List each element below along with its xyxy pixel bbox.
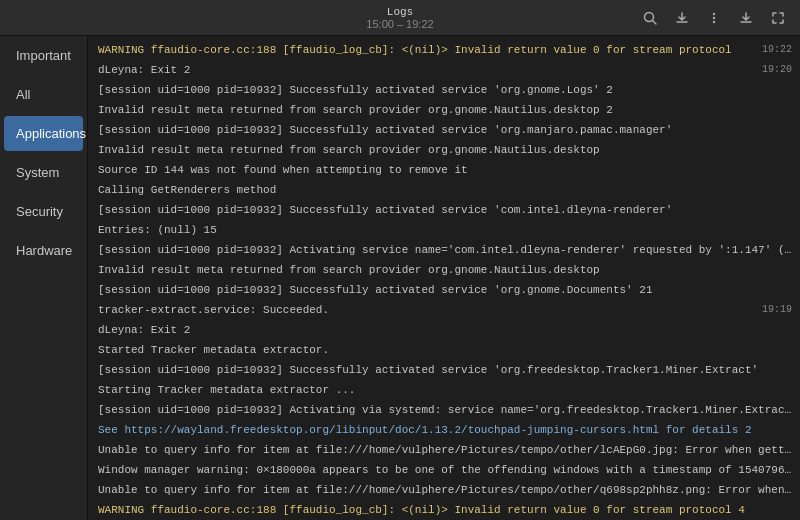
log-text: [session uid=1000 pid=10932] Activating … bbox=[98, 401, 792, 419]
main-content: ImportantAllApplicationsSystemSecurityHa… bbox=[0, 36, 800, 520]
log-entry: Unable to query info for item at file://… bbox=[88, 440, 800, 460]
titlebar-subtitle: 15:00 – 19:22 bbox=[366, 18, 433, 30]
fullscreen-button[interactable] bbox=[764, 4, 792, 32]
log-entry: Started Tracker metadata extractor. bbox=[88, 340, 800, 360]
log-entry: Unable to query info for item at file://… bbox=[88, 480, 800, 500]
log-text: Calling GetRenderers method bbox=[98, 181, 792, 199]
download2-button[interactable] bbox=[732, 4, 760, 32]
log-text: [session uid=1000 pid=10932] Activating … bbox=[98, 241, 792, 259]
sidebar-item-security[interactable]: Security bbox=[4, 194, 83, 229]
svg-point-4 bbox=[713, 20, 715, 22]
sidebar-item-all[interactable]: All bbox=[4, 77, 83, 112]
titlebar-title: Logs bbox=[387, 6, 413, 18]
log-text: Invalid result meta returned from search… bbox=[98, 261, 792, 279]
log-timestamp: 19:20 bbox=[762, 61, 792, 79]
log-text: Entries: (null) 15 bbox=[98, 221, 792, 239]
log-entry: WARNING ffaudio-core.cc:188 [ffaudio_log… bbox=[88, 500, 800, 520]
log-text: [session uid=1000 pid=10932] Successfull… bbox=[98, 281, 792, 299]
log-timestamp: 19:22 bbox=[762, 41, 792, 59]
log-entry: Window manager warning: 0×180000a appear… bbox=[88, 460, 800, 480]
search-button[interactable] bbox=[636, 4, 664, 32]
log-text: Invalid result meta returned from search… bbox=[98, 141, 792, 159]
sidebar-item-system[interactable]: System bbox=[4, 155, 83, 190]
svg-point-3 bbox=[713, 16, 715, 18]
log-entry: [session uid=1000 pid=10932] Successfull… bbox=[88, 80, 800, 100]
log-entry: [session uid=1000 pid=10932] Successfull… bbox=[88, 280, 800, 300]
svg-point-2 bbox=[713, 12, 715, 14]
log-text: dLeyna: Exit 2 bbox=[98, 321, 792, 339]
log-entry: Calling GetRenderers method bbox=[88, 180, 800, 200]
log-text: WARNING ffaudio-core.cc:188 [ffaudio_log… bbox=[98, 501, 792, 519]
log-entry: [session uid=1000 pid=10932] Successfull… bbox=[88, 200, 800, 220]
svg-line-1 bbox=[653, 20, 657, 24]
log-entry: [session uid=1000 pid=10932] Successfull… bbox=[88, 360, 800, 380]
log-entry: Source ID 144 was not found when attempt… bbox=[88, 160, 800, 180]
log-entry: dLeyna: Exit 219:20 bbox=[88, 60, 800, 80]
log-text: See https://wayland.freedesktop.org/libi… bbox=[98, 421, 792, 439]
menu-button[interactable] bbox=[700, 4, 728, 32]
log-text: Unable to query info for item at file://… bbox=[98, 481, 792, 499]
log-entry: [session uid=1000 pid=10932] Activating … bbox=[88, 400, 800, 420]
log-text: Invalid result meta returned from search… bbox=[98, 101, 792, 119]
log-text: [session uid=1000 pid=10932] Successfull… bbox=[98, 121, 792, 139]
log-entry: Starting Tracker metadata extractor ... bbox=[88, 380, 800, 400]
sidebar: ImportantAllApplicationsSystemSecurityHa… bbox=[0, 36, 88, 520]
sidebar-item-hardware[interactable]: Hardware bbox=[4, 233, 83, 268]
log-area[interactable]: WARNING ffaudio-core.cc:188 [ffaudio_log… bbox=[88, 36, 800, 520]
log-text: [session uid=1000 pid=10932] Successfull… bbox=[98, 201, 792, 219]
log-entry: [session uid=1000 pid=10932] Successfull… bbox=[88, 120, 800, 140]
log-entry: [session uid=1000 pid=10932] Activating … bbox=[88, 240, 800, 260]
log-text: [session uid=1000 pid=10932] Successfull… bbox=[98, 81, 792, 99]
log-entry: Invalid result meta returned from search… bbox=[88, 260, 800, 280]
sidebar-item-applications[interactable]: Applications bbox=[4, 116, 83, 151]
log-entry: See https://wayland.freedesktop.org/libi… bbox=[88, 420, 800, 440]
log-text: Unable to query info for item at file://… bbox=[98, 441, 792, 459]
log-text: Starting Tracker metadata extractor ... bbox=[98, 381, 792, 399]
sidebar-item-important[interactable]: Important bbox=[4, 38, 83, 73]
log-text: [session uid=1000 pid=10932] Successfull… bbox=[98, 361, 792, 379]
download-button[interactable] bbox=[668, 4, 696, 32]
log-text: Started Tracker metadata extractor. bbox=[98, 341, 792, 359]
log-entry: Invalid result meta returned from search… bbox=[88, 100, 800, 120]
log-entry: tracker-extract.service: Succeeded.19:19 bbox=[88, 300, 800, 320]
log-text: tracker-extract.service: Succeeded. bbox=[98, 301, 754, 319]
log-text: dLeyna: Exit 2 bbox=[98, 61, 754, 79]
log-text: WARNING ffaudio-core.cc:188 [ffaudio_log… bbox=[98, 41, 754, 59]
log-timestamp: 19:19 bbox=[762, 301, 792, 319]
log-text: Source ID 144 was not found when attempt… bbox=[98, 161, 792, 179]
titlebar: Logs 15:00 – 19:22 bbox=[0, 0, 800, 36]
log-entry: Invalid result meta returned from search… bbox=[88, 140, 800, 160]
log-text: Window manager warning: 0×180000a appear… bbox=[98, 461, 792, 479]
log-entry: WARNING ffaudio-core.cc:188 [ffaudio_log… bbox=[88, 40, 800, 60]
log-entry: Entries: (null) 15 bbox=[88, 220, 800, 240]
log-entry: dLeyna: Exit 2 bbox=[88, 320, 800, 340]
